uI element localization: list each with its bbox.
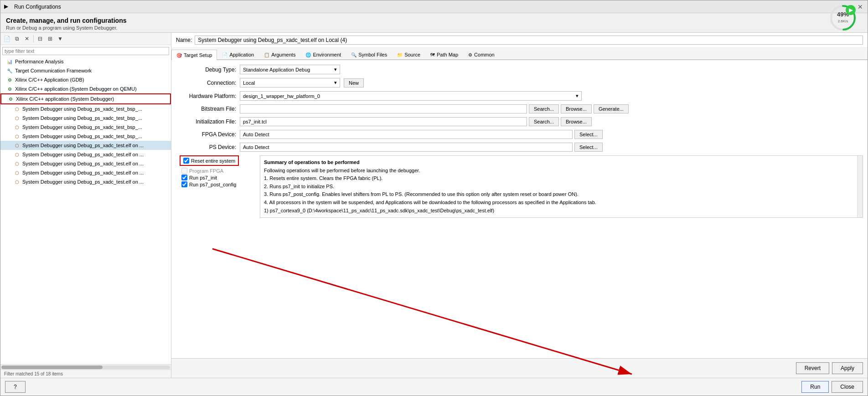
run-button[interactable]: Run [801,381,829,393]
arguments-tab-icon: 📋 [264,52,269,57]
fpga-select-button[interactable]: Select... [574,130,603,139]
summary-scrollbar[interactable] [857,156,863,217]
source-tab-icon: 📁 [397,52,403,57]
tree-item-label: System Debugger using Debug_ps_xadc_test… [22,115,142,121]
ps-device-input[interactable] [240,143,573,152]
scrollbar-track [1,365,170,369]
toolbar: 📄 ⧉ ✕ ⊟ ⊞ ▼ [0,33,171,45]
tab-common[interactable]: ⚙ Common [463,50,500,59]
progress-widget: 49% 2.6K/s ▶ [829,4,857,33]
summary-line-4: 3. Runs ps7_post_config. Enables level s… [264,190,859,199]
summary-title: Summary of operations to be performed [264,159,859,167]
connection-arrow-icon: ▾ [334,80,337,86]
bitstream-browse-button[interactable]: Browse... [561,104,592,113]
hardware-platform-select[interactable]: design_1_wrapper_hw_platform_0 ▾ [240,91,582,101]
toolbar-separator-1 [33,35,34,42]
tab-source[interactable]: 📁 Source [392,50,425,59]
reset-system-label: Reset entire system [191,158,235,164]
tree-item-sysdbg-elf-1[interactable]: ⬡ System Debugger using Debug_ps_xadc_te… [0,141,171,150]
init-file-row: Initialization File: Search... Browse... [176,117,863,126]
debug-type-select[interactable]: Standalone Application Debug ▾ [240,65,340,74]
revert-button[interactable]: Revert [796,362,829,374]
run-ps7-init-label: Run ps7_init [181,175,253,180]
connection-row: Connection: Local ▾ New [176,78,863,87]
summary-line-2: 1. Resets entire system. Clears the FPGA… [264,175,859,183]
tree-item-xilinx-gdb[interactable]: ⚙ Xilinx C/C++ Application (GDB) [0,75,171,84]
tree-item-sysdbg-bsp-1[interactable]: ⬡ System Debugger using Debug_ps_xadc_te… [0,104,171,113]
right-panel: Name: 🎯 Target Setup 📄 Application 📋 Arg… [171,33,868,378]
debug-type-value: Standalone Application Debug [243,67,310,72]
title-bar: ▶ Run Configurations ✕ [0,0,868,13]
horizontal-scrollbar[interactable] [0,364,171,370]
tree-item-sysdbg-bsp-4[interactable]: ⬡ System Debugger using Debug_ps_xadc_te… [0,132,171,141]
reset-system-checkbox[interactable] [183,158,189,164]
tree-item-label: System Debugger using Debug_ps_xadc_test… [22,124,142,130]
sysdbg-bsp-3-icon: ⬡ [13,123,21,131]
apply-button[interactable]: Apply [832,362,863,374]
left-panel: 📄 ⧉ ✕ ⊟ ⊞ ▼ 📊 Performance Analysis [0,33,171,378]
program-fpga-row: Program FPGA [181,168,253,174]
run-ps7-init-checkbox[interactable] [181,175,187,180]
bitstream-generate-button[interactable]: Generate... [594,104,629,113]
tab-environment[interactable]: 🌐 Environment [300,50,346,59]
run-ps7-post-row: Run ps7_post_config [181,181,253,187]
close-button[interactable]: Close [832,381,863,393]
tree-item-sysdbg-bsp-3[interactable]: ⬡ System Debugger using Debug_ps_xadc_te… [0,123,171,132]
run-ps7-post-config-checkbox[interactable] [181,181,187,187]
tab-source-label: Source [404,52,420,57]
common-tab-icon: ⚙ [468,52,472,57]
connection-select[interactable]: Local ▾ [240,78,340,87]
close-window-icon[interactable]: ✕ [857,3,864,10]
collapse-all-button[interactable]: ⊟ [36,34,45,43]
expand-all-button[interactable]: ⊞ [46,34,55,43]
tree-item-sysdbg-elf-2[interactable]: ⬡ System Debugger using Debug_ps_xadc_te… [0,150,171,159]
tree-item-xilinx-sysdbg[interactable]: ⚙ Xilinx C/C++ application (System Debug… [0,93,171,104]
filter-input[interactable] [2,47,169,55]
bitstream-file-input[interactable] [240,104,527,113]
tree-item-label: Target Communication Framework [15,68,92,73]
target-setup-tab-icon: 🎯 [176,53,182,58]
bitstream-file-label: Bitstream File: [176,106,240,112]
tab-symbol-files-label: Symbol Files [358,52,387,57]
init-search-button[interactable]: Search... [529,117,559,126]
header-section: Create, manage, and run configurations R… [0,13,868,32]
tab-target-setup[interactable]: 🎯 Target Setup [171,50,217,60]
bitstream-search-button[interactable]: Search... [529,104,559,113]
tab-application[interactable]: 📄 Application [217,50,259,59]
tree-item-sysdbg-elf-3[interactable]: ⬡ System Debugger using Debug_ps_xadc_te… [0,159,171,168]
tab-target-setup-label: Target Setup [184,52,212,58]
ps-select-button[interactable]: Select... [574,143,603,152]
filter-status: Filter matched 15 of 18 items [0,370,171,378]
delete-config-button[interactable]: ✕ [22,34,31,43]
init-file-input[interactable] [240,117,527,126]
tab-symbol-files[interactable]: 🔍 Symbol Files [346,50,392,59]
tree-item-xilinx-qemu[interactable]: ⚙ Xilinx C/C++ application (System Debug… [0,84,171,93]
tree-item-sysdbg-bsp-2[interactable]: ⬡ System Debugger using Debug_ps_xadc_te… [0,113,171,123]
tab-path-map[interactable]: 🗺 Path Map [425,50,463,59]
debug-type-label: Debug Type: [176,67,240,73]
tree-item-perf-analysis[interactable]: 📊 Performance Analysis [0,57,171,66]
tab-arguments[interactable]: 📋 Arguments [259,50,300,59]
run-play-button[interactable]: ▶ [846,5,856,15]
program-fpga-checkbox[interactable] [181,168,187,174]
tree-item-target-comm[interactable]: 🔧 Target Communication Framework [0,66,171,75]
sysdbg-elf-2-icon: ⬡ [13,151,21,158]
filter-button[interactable]: ▼ [56,34,65,43]
init-browse-button[interactable]: Browse... [561,117,592,126]
tab-common-label: Common [474,52,495,57]
svg-text:2.6K/s: 2.6K/s [838,19,848,23]
tree-item-sysdbg-elf-5[interactable]: ⬡ System Debugger using Debug_ps_xadc_te… [0,177,171,186]
hardware-platform-value: design_1_wrapper_hw_platform_0 [243,93,320,99]
duplicate-config-button[interactable]: ⧉ [12,34,21,43]
tree-item-sysdbg-elf-4[interactable]: ⬡ System Debugger using Debug_ps_xadc_te… [0,168,171,177]
tab-application-label: Application [229,52,254,57]
help-button[interactable]: ? [5,381,26,393]
tab-environment-label: Environment [313,52,341,57]
new-config-button[interactable]: 📄 [2,34,11,43]
new-connection-button[interactable]: New [344,78,364,87]
tree-item-label: System Debugger using Debug_ps_xadc_test… [22,106,142,112]
ps-device-row: PS Device: Select... [176,143,863,152]
name-input[interactable] [195,36,863,45]
fpga-device-input[interactable] [240,130,573,139]
tree-item-label: Performance Analysis [15,59,63,64]
